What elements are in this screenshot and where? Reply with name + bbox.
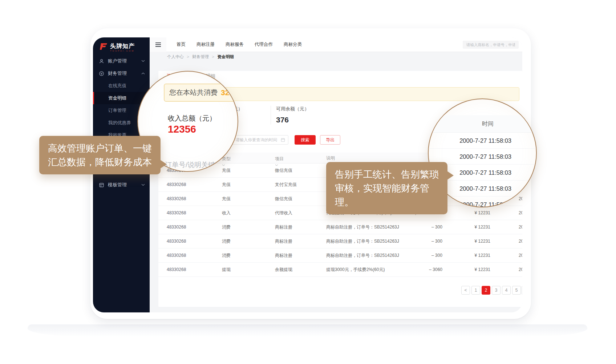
magnified-time-row: 2000-7-27 11:58:03: [429, 133, 537, 149]
hamburger-menu-icon[interactable]: [150, 37, 166, 52]
pagination-page-1[interactable]: 1: [471, 286, 480, 295]
cell-type: 充值: [222, 163, 231, 178]
table-row: 48330268 消费 商标注册 商标自助注册，订单号：SB2514263J –…: [158, 234, 522, 248]
pagination-page-5[interactable]: 5: [512, 286, 521, 295]
cell-time: 2000-7-27 11:58:03: [519, 192, 522, 206]
cell-project: 微信充值: [275, 163, 292, 178]
callout-line: 告别手工统计、告别繁琐: [335, 167, 439, 181]
cell-project: 代理收入: [275, 206, 292, 220]
cell-project: 商标注册: [275, 248, 292, 263]
cell-order: 48330268: [167, 220, 186, 234]
cell-order: 48330268: [167, 206, 186, 220]
callout-line: 汇总数据，降低财务成本: [48, 155, 152, 169]
main-nav: 首页 商标注册 商标服务 代理合作 商标分类: [177, 41, 302, 48]
callout-line: 理。: [335, 195, 439, 209]
trademark-search-input[interactable]: [463, 41, 519, 49]
breadcrumb-item[interactable]: 财务管理: [192, 54, 209, 59]
cell-project: 商标注册: [275, 220, 292, 234]
cell-amount: – 3060: [391, 263, 442, 277]
cell-time: 2000-7-27 11:58:03: [519, 234, 522, 248]
cell-type: 收入: [222, 206, 231, 220]
cell-type: 消费: [222, 248, 231, 263]
cell-amount: – 300: [391, 234, 442, 248]
table-row: 48330268 提现 余额提现 提现3000元，手续费2%(60元) – 30…: [158, 263, 522, 277]
calendar-icon: [281, 138, 285, 142]
cell-amount: – 300: [391, 248, 442, 263]
cell-order: 48330268: [167, 248, 186, 263]
callout-arrow-right-icon: [447, 171, 454, 180]
callout-finance-efficiency: 高效管理账户订单、一键 汇总数据，降低财务成本: [39, 136, 161, 174]
cell-order: 48330268: [167, 178, 186, 192]
table-row: 48330268 消费 商标注册 商标自助注册，订单号：SB2514263J –…: [158, 248, 522, 263]
stat-label: 可用余额（元）: [276, 106, 309, 112]
callout-line: 高效管理账户订单、一键: [48, 141, 152, 155]
brand-tagline: TOUPAI.COM: [110, 49, 135, 52]
nav-item-trademark-service[interactable]: 商标服务: [226, 41, 244, 48]
callout-line: 审核，实现智能财务管: [335, 181, 439, 195]
brand-logo-icon: [99, 43, 108, 50]
cell-description: 商标自助注册，订单号：SB2514263J: [326, 248, 399, 263]
export-button[interactable]: 导出: [320, 135, 340, 145]
date-query-field[interactable]: [232, 135, 288, 145]
breadcrumb-separator: >: [212, 54, 214, 59]
callout-smart-finance: 告别手工统计、告别繁琐 审核，实现智能财务管 理。: [326, 162, 447, 214]
cell-order: 48330268: [167, 192, 186, 206]
nav-item-home[interactable]: 首页: [177, 41, 186, 48]
table-row: 48330268 消费 商标注册 商标自助注册，订单号：SB2514263J –…: [158, 220, 522, 234]
breadcrumb-separator: >: [187, 54, 189, 59]
brand-title: 头牌知产: [110, 43, 135, 49]
stat-divider: [271, 106, 271, 125]
date-query-input[interactable]: [232, 138, 281, 142]
cell-project: 微信充值: [275, 192, 292, 206]
stat-balance: 可用余额（元） 376: [276, 106, 309, 124]
sidebar-item-template[interactable]: 模板管理: [93, 179, 150, 191]
page-canvas: 头牌知产 TOUPAI.COM 账户管理: [0, 0, 616, 364]
cell-balance: ¥ 12231: [439, 248, 490, 263]
sidebar: 头牌知产 TOUPAI.COM 账户管理: [93, 37, 150, 312]
search-button[interactable]: 搜索: [295, 135, 316, 145]
breadcrumb-current: 资金明细: [217, 54, 234, 59]
pagination-page-4[interactable]: 4: [502, 286, 511, 295]
cell-amount: – 300: [391, 220, 442, 234]
cell-type: 提现: [222, 263, 231, 277]
cell-description: 商标自助注册，订单号：SB2514263J: [326, 220, 399, 234]
cell-project: 余额提现: [275, 263, 292, 277]
sidebar-item-label: 模板管理: [108, 182, 127, 188]
sidebar-item-account[interactable]: 账户管理: [93, 55, 150, 67]
sidebar-item-label: 财务管理: [108, 70, 127, 77]
nav-item-agent-cooperation[interactable]: 代理合作: [255, 41, 273, 48]
pagination-page-3[interactable]: 3: [492, 286, 500, 295]
cell-project: 支付宝充值: [275, 178, 297, 192]
cell-time: 2000-7-27 11:58:03: [519, 220, 522, 234]
magnified-income-label: 收入总额（元）: [168, 114, 216, 123]
brand-logo[interactable]: 头牌知产 TOUPAI.COM: [93, 37, 150, 55]
callout-arrow-right-icon: [160, 160, 167, 169]
cell-type: 充值: [222, 192, 231, 206]
sidebar-item-finance[interactable]: 财务管理: [93, 67, 150, 80]
cell-balance: ¥ 12231: [439, 263, 490, 277]
cell-description: 提现3000元，手续费2%(60元): [326, 263, 385, 277]
cell-balance: ¥ 12231: [439, 220, 490, 234]
nav-item-trademark-category[interactable]: 商标分类: [284, 41, 302, 48]
laptop-base: [28, 324, 587, 337]
cell-description: 商标自助注册，订单号：SB2514263J: [326, 234, 399, 248]
pagination-next-button[interactable]: >: [522, 286, 522, 295]
magnified-income-value: 12356: [168, 124, 196, 135]
sidebar-item-online-recharge[interactable]: 在线充值: [93, 80, 150, 92]
cell-balance: ¥ 12231: [439, 234, 490, 248]
template-icon: [99, 182, 104, 188]
cell-time: 2000-7-27 11:58:03: [519, 263, 522, 277]
cell-type: 消费: [222, 234, 231, 248]
cell-order: 48330268: [167, 263, 186, 277]
cell-type: 充值: [222, 178, 231, 192]
breadcrumb-item[interactable]: 个人中心: [167, 54, 184, 59]
nav-item-trademark-register[interactable]: 商标注册: [196, 41, 215, 48]
coin-icon: [99, 71, 104, 76]
chevron-down-icon: [141, 184, 145, 186]
sidebar-item-label: 账户管理: [108, 58, 127, 64]
person-icon: [99, 58, 104, 64]
pagination-page-2[interactable]: 2: [482, 286, 490, 295]
magnified-notice-prefix: 您在本站共消费: [169, 88, 218, 97]
pagination-prev-button[interactable]: <: [461, 286, 470, 295]
topbar: 首页 商标注册 商标服务 代理合作 商标分类: [150, 37, 522, 52]
